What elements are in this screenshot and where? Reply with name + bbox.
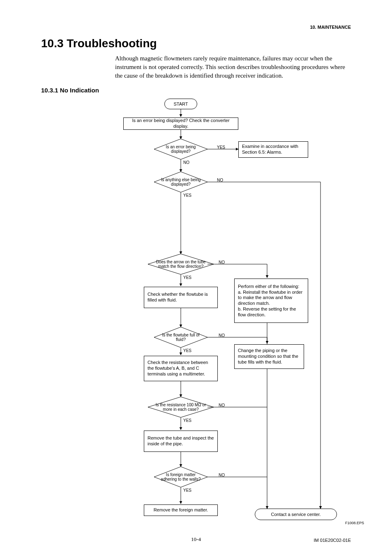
flow-remove-inspect: Remove the tube and inspect the inside o… (144, 431, 218, 452)
section-intro: Although magnetic flowmeters rarely requ… (115, 54, 351, 80)
flow-check-display: Is an error being displayed? Check the c… (123, 117, 238, 130)
flow-decision-error: Is an error being displayed? (154, 139, 208, 159)
flow-check-fluid: Check whether the flowtube is filled wit… (144, 287, 218, 308)
flow-decision-resistance: Is the resistance 100 MΩ or more in each… (148, 397, 214, 417)
subsection-title: 10.3.1 No Indication (41, 87, 351, 94)
label-no: NO (219, 473, 225, 477)
doc-number: IM 01E20C02-01E (314, 538, 351, 543)
label-no: NO (183, 160, 189, 165)
flow-decision-full: Is the flowtube full of fluid? (154, 327, 208, 348)
running-header: 10. MAINTENANCE (41, 25, 351, 30)
flowchart: START Is an error being displayed? Check… (115, 98, 392, 525)
flow-examine-alarms: Examine in accordance with Section 6.5: … (238, 141, 308, 158)
flow-decision-anything: Is anything else being displayed? (154, 172, 208, 192)
flow-decision-arrow: Does the arrow on the tube match the flo… (148, 254, 214, 274)
flow-perform-either: Perform either of the following: a. Rein… (234, 279, 308, 323)
flow-start: START (164, 99, 197, 109)
label-no: NO (219, 260, 225, 265)
label-yes: YES (183, 348, 191, 353)
flow-contact-service: Contact a service center. (255, 509, 337, 520)
label-yes: YES (183, 275, 191, 280)
flow-remove-foreign: Remove the foreign matter. (144, 504, 218, 516)
label-no: NO (219, 333, 225, 338)
label-yes: YES (183, 193, 191, 198)
label-no: NO (217, 178, 223, 182)
label-yes: YES (183, 418, 191, 423)
figure-ref: F1008.EPS (345, 521, 364, 525)
label-yes: YES (183, 488, 191, 493)
label-no: NO (219, 403, 225, 408)
flow-decision-foreign: Is foreign matter adhering to the walls? (154, 467, 208, 487)
section-title: 10.3 Troubleshooting (41, 37, 351, 50)
flow-check-resistance: Check the resistance between the flowtub… (144, 356, 218, 381)
label-yes: YES (217, 145, 225, 150)
flow-change-piping: Change the piping or the mounting condit… (234, 344, 304, 369)
